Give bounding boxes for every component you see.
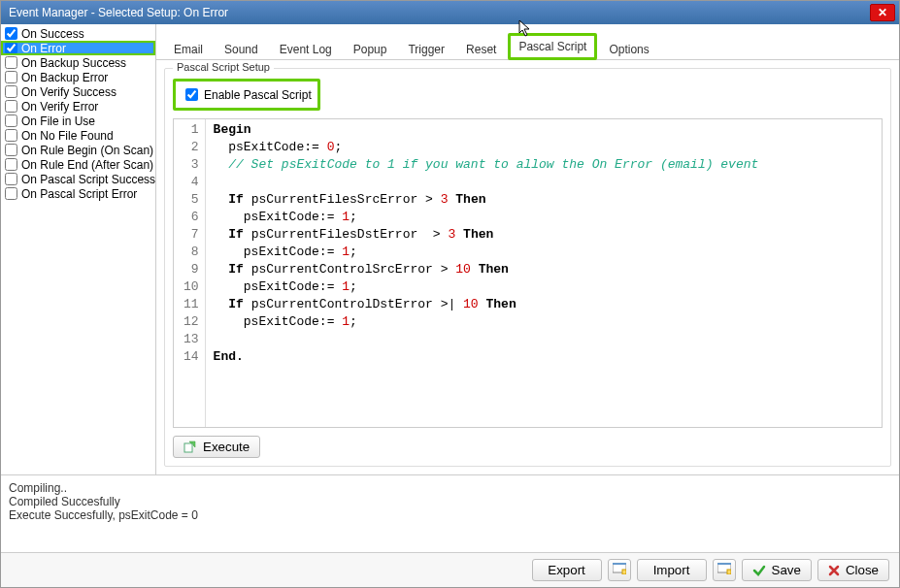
- save-button[interactable]: Save: [742, 559, 812, 581]
- event-label: On Verify Error: [21, 100, 98, 114]
- event-label: On Rule Begin (On Scan): [21, 144, 153, 157]
- open-dialog-icon: [717, 563, 731, 577]
- window-close-button[interactable]: ✕: [870, 4, 895, 21]
- close-button[interactable]: Close: [817, 559, 889, 581]
- svg-rect-2: [613, 563, 626, 565]
- event-item[interactable]: On Rule End (After Scan): [1, 157, 155, 172]
- event-item[interactable]: On Error: [1, 41, 155, 55]
- event-item[interactable]: On Success: [1, 26, 155, 41]
- export-button[interactable]: Export: [532, 559, 602, 581]
- event-checkbox[interactable]: [5, 27, 17, 40]
- export-label: Export: [548, 563, 585, 577]
- svg-rect-5: [717, 563, 731, 565]
- code-content[interactable]: Begin psExitCode:= 0; // Set psExitCode …: [206, 119, 767, 427]
- output-log: Compiling.. Compiled Succesfully Execute…: [1, 474, 899, 552]
- open-dialog-icon: [613, 563, 626, 577]
- event-label: On Backup Success: [21, 56, 126, 70]
- event-item[interactable]: On Verify Error: [1, 99, 155, 114]
- footer: Export Import Save Close: [1, 552, 899, 587]
- event-checkbox[interactable]: [5, 129, 17, 142]
- event-label: On File in Use: [21, 114, 95, 128]
- event-item[interactable]: On Backup Error: [1, 70, 155, 84]
- event-checkbox[interactable]: [5, 187, 17, 200]
- event-label: On No File Found: [21, 129, 114, 143]
- window-title: Event Manager - Selected Setup: On Error: [9, 6, 870, 19]
- event-item[interactable]: On Pascal Script Error: [1, 186, 155, 201]
- event-list[interactable]: On SuccessOn ErrorOn Backup SuccessOn Ba…: [1, 24, 156, 474]
- event-label: On Success: [21, 27, 84, 41]
- event-label: On Error: [21, 42, 66, 55]
- event-checkbox[interactable]: [5, 42, 17, 54]
- code-editor[interactable]: 1234567891011121314 Begin psExitCode:= 0…: [173, 118, 883, 428]
- event-checkbox[interactable]: [5, 71, 17, 83]
- event-checkbox[interactable]: [5, 114, 17, 127]
- tab-reset[interactable]: Reset: [456, 37, 506, 60]
- svg-rect-0: [184, 443, 192, 452]
- event-item[interactable]: On File in Use: [1, 114, 155, 128]
- export-picker-button[interactable]: [608, 559, 631, 581]
- import-picker-button[interactable]: [713, 559, 736, 581]
- event-label: On Rule End (After Scan): [21, 158, 153, 172]
- event-checkbox[interactable]: [5, 85, 17, 98]
- event-label: On Pascal Script Success: [21, 173, 155, 186]
- event-item[interactable]: On Pascal Script Success: [1, 172, 155, 186]
- tab-pascal-script[interactable]: Pascal Script: [508, 33, 597, 60]
- tab-event-log[interactable]: Event Log: [270, 37, 342, 60]
- main-row: On SuccessOn ErrorOn Backup SuccessOn Ba…: [1, 24, 899, 474]
- save-label: Save: [772, 563, 801, 577]
- execute-button[interactable]: Execute: [173, 436, 260, 458]
- pascal-script-group: Pascal Script Setup Enable Pascal Script…: [164, 68, 891, 467]
- svg-rect-3: [622, 570, 626, 574]
- tab-sound[interactable]: Sound: [215, 37, 268, 60]
- close-label: Close: [846, 563, 879, 577]
- execute-row: Execute: [165, 436, 890, 466]
- tab-trigger[interactable]: Trigger: [398, 37, 454, 60]
- group-legend: Pascal Script Setup: [173, 61, 274, 73]
- tab-bar: EmailSoundEvent LogPopupTriggerResetPasc…: [156, 24, 899, 60]
- event-checkbox[interactable]: [5, 144, 17, 156]
- event-label: On Backup Error: [21, 71, 108, 84]
- event-checkbox[interactable]: [5, 56, 17, 69]
- right-pane: EmailSoundEvent LogPopupTriggerResetPasc…: [156, 24, 899, 474]
- tab-email[interactable]: Email: [164, 37, 213, 60]
- event-checkbox[interactable]: [5, 173, 17, 185]
- event-label: On Verify Success: [21, 85, 117, 99]
- titlebar: Event Manager - Selected Setup: On Error…: [1, 1, 899, 24]
- execute-label: Execute: [203, 440, 250, 454]
- enable-label: Enable Pascal Script: [204, 88, 312, 102]
- checkmark-icon: [752, 564, 766, 577]
- x-icon: [828, 565, 840, 576]
- event-item[interactable]: On Verify Success: [1, 84, 155, 99]
- tab-options[interactable]: Options: [599, 37, 658, 60]
- event-item[interactable]: On Rule Begin (On Scan): [1, 143, 155, 157]
- tab-body: Pascal Script Setup Enable Pascal Script…: [156, 60, 899, 474]
- event-checkbox[interactable]: [5, 158, 17, 171]
- tab-popup[interactable]: Popup: [344, 37, 397, 60]
- enable-pascal-script-checkbox[interactable]: Enable Pascal Script: [173, 79, 320, 111]
- event-label: On Pascal Script Error: [21, 187, 137, 201]
- import-button[interactable]: Import: [637, 559, 707, 581]
- event-item[interactable]: On No File Found: [1, 128, 155, 143]
- svg-rect-6: [727, 570, 731, 574]
- import-label: Import: [653, 563, 690, 577]
- execute-icon: [183, 441, 197, 454]
- event-item[interactable]: On Backup Success: [1, 55, 155, 70]
- line-gutter: 1234567891011121314: [174, 119, 206, 427]
- event-checkbox[interactable]: [5, 100, 17, 113]
- close-icon: ✕: [878, 6, 887, 19]
